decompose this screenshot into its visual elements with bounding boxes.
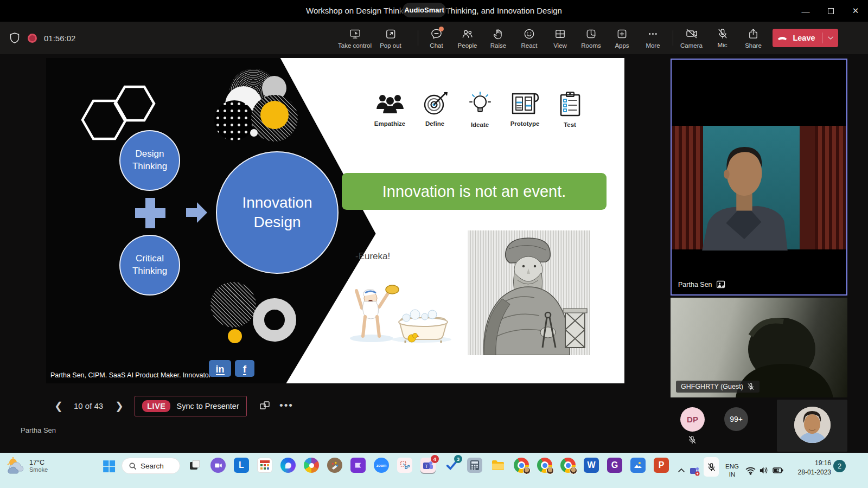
language-indicator[interactable]: ENGIN <box>725 453 739 488</box>
toolbar-divider <box>418 30 418 46</box>
teams-meeting-window: Workshop on Design Thinking, Critical Th… <box>0 0 868 488</box>
zoom-app-icon[interactable]: zoom <box>374 458 389 473</box>
slide-author-line: Partha Sen, CIPM. SaaS AI Product Maker.… <box>50 371 211 379</box>
teams-app-icon[interactable]: T 4 <box>420 458 436 473</box>
react-button[interactable]: React <box>514 22 545 54</box>
language-bottom: IN <box>725 471 739 478</box>
live-badge: LIVE <box>142 400 170 412</box>
task-view-icon[interactable] <box>187 458 202 473</box>
raise-hand-button[interactable]: Raise <box>483 22 514 54</box>
video-tile-guest[interactable]: GHFGHRTY (Guest) <box>671 298 847 397</box>
file-explorer-icon[interactable] <box>490 458 506 473</box>
take-control-button[interactable]: Take control <box>336 22 373 54</box>
toolbar-divider <box>673 30 673 46</box>
tray-time: 19:16 <box>786 459 831 468</box>
chrome-profile1-icon[interactable] <box>514 458 529 473</box>
schedule-app-icon[interactable] <box>257 458 272 473</box>
weather-widget[interactable]: 17°C Smoke <box>7 457 48 474</box>
zoom-label: zoom <box>376 464 386 467</box>
video-tile-partha-sen[interactable]: Partha Sen <box>671 59 847 296</box>
video-app-icon[interactable] <box>210 458 226 473</box>
share-icon <box>747 28 760 40</box>
maximize-button[interactable] <box>818 0 843 22</box>
control-group: Take control Pop out <box>336 22 408 54</box>
chevron-down-icon[interactable] <box>827 34 834 42</box>
tray-chevron[interactable] <box>677 453 686 488</box>
app-g-icon[interactable]: G <box>607 458 622 473</box>
layout-grid-icon[interactable] <box>259 400 270 411</box>
eureka-cartoon: -Eureka! <box>346 251 459 343</box>
rooms-button[interactable]: Rooms <box>576 22 607 54</box>
start-button[interactable] <box>102 459 116 476</box>
take-control-icon <box>349 28 361 40</box>
rooms-icon <box>585 28 597 40</box>
powerpoint-icon[interactable]: P <box>654 458 669 473</box>
close-button[interactable]: ✕ <box>843 0 868 22</box>
nav-more-button[interactable]: ••• <box>279 400 293 412</box>
self-view-tile[interactable] <box>777 400 847 452</box>
battery-indicator[interactable] <box>773 453 784 488</box>
step-test: Test <box>547 92 592 128</box>
leave-button[interactable]: Leave <box>773 29 838 47</box>
meeting-timer: 01:56:02 <box>44 34 75 43</box>
hang-up-icon <box>776 32 788 44</box>
copilot-icon[interactable] <box>280 458 296 473</box>
tray-mic-muted[interactable] <box>704 457 719 477</box>
profile-photo-overlay <box>546 467 554 474</box>
next-slide-button[interactable]: ❯ <box>115 400 124 412</box>
step-ideate: Ideate <box>457 92 502 128</box>
more-button[interactable]: More <box>637 22 668 54</box>
chrome-profile2-icon[interactable] <box>537 458 552 473</box>
dp-muted-indicator <box>688 435 697 446</box>
profile-photo-overlay <box>523 467 531 474</box>
todo-app-icon[interactable]: 3 <box>444 458 459 473</box>
notification-count-badge[interactable]: 2 <box>833 460 846 472</box>
sync-to-presenter-button[interactable]: LIVE Sync to Presenter <box>135 396 247 416</box>
windows-taskbar: 17°C Smoke Search L zoom T 4 <box>0 453 868 488</box>
recording-indicator-icon <box>28 34 37 43</box>
snipping-tool-icon[interactable] <box>397 458 412 473</box>
sync-label: Sync to Presenter <box>176 402 239 410</box>
tray-teams-icon[interactable] <box>689 453 700 488</box>
tray-clock[interactable]: 19:16 28-01-2023 <box>786 459 831 477</box>
shield-icon <box>9 32 21 44</box>
mic-off-icon <box>717 28 729 40</box>
camera-toggle-button[interactable]: Camera <box>676 22 707 54</box>
overflow-label: 99+ <box>730 415 743 423</box>
tray-date: 28-01-2023 <box>786 468 831 477</box>
search-box[interactable]: Search <box>122 458 180 474</box>
paint-app-icon[interactable] <box>327 458 342 473</box>
participant-overflow-count[interactable]: 99+ <box>724 407 748 431</box>
share-button[interactable]: Share <box>738 22 769 54</box>
calculator-icon[interactable] <box>467 458 482 473</box>
hatched-circle-decoration <box>210 282 256 328</box>
picasa-icon[interactable] <box>304 458 319 473</box>
chrome-profile3-icon[interactable] <box>560 458 576 473</box>
define-icon <box>422 92 448 115</box>
apps-button[interactable]: Apps <box>607 22 637 54</box>
people-button[interactable]: People <box>452 22 483 54</box>
word-icon[interactable]: W <box>584 458 599 473</box>
design-thinking-bubble: Design Thinking <box>119 130 180 191</box>
mic-toggle-button[interactable]: Mic <box>707 22 738 54</box>
photos-app-icon[interactable] <box>630 458 646 473</box>
eureka-illustration <box>346 265 459 343</box>
volume-indicator[interactable] <box>759 453 769 488</box>
guest-name-pill: GHFGHRTY (Guest) <box>676 381 760 393</box>
more-icon <box>647 28 659 40</box>
empathize-icon <box>375 92 405 115</box>
previous-slide-button[interactable]: ❮ <box>54 400 63 412</box>
participant-avatar-dp[interactable]: DP <box>680 407 705 432</box>
dotted-circle-decoration <box>214 100 254 140</box>
app-l-icon[interactable]: L <box>234 458 249 473</box>
meeting-status: 01:56:02 <box>9 22 75 54</box>
minimize-button[interactable]: — <box>793 0 818 22</box>
chat-button[interactable]: Chat <box>421 22 452 54</box>
ring-decoration <box>253 298 296 342</box>
pop-out-button[interactable]: Pop out <box>373 22 408 54</box>
ideate-icon <box>468 92 492 117</box>
spotlight-icon <box>717 280 726 288</box>
wifi-indicator[interactable] <box>745 453 756 488</box>
view-button[interactable]: View <box>545 22 576 54</box>
clipchamp-icon[interactable] <box>350 458 366 473</box>
